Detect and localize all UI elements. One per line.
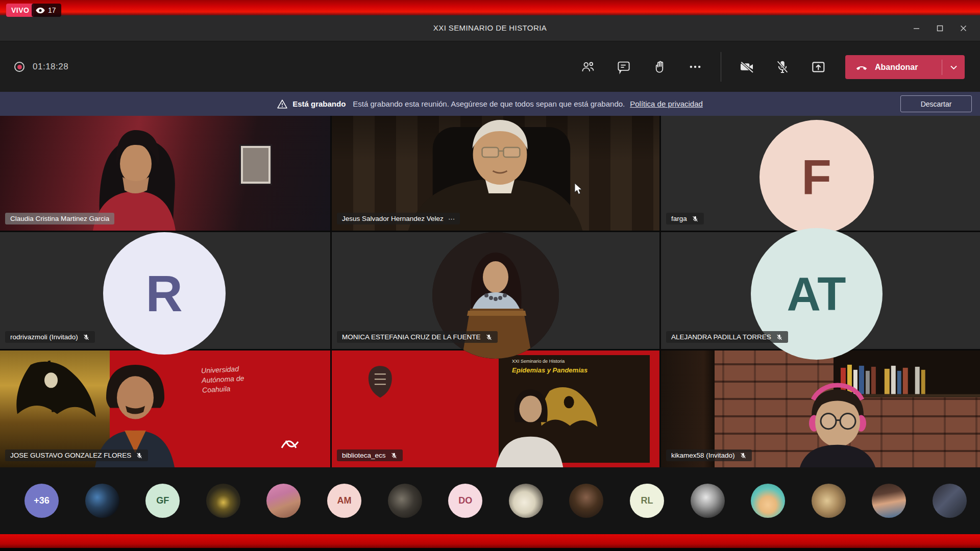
live-badge: VIVO [6,4,34,17]
participant-name: rodrivazmoli (Invitado) [10,333,78,341]
more-options-button[interactable] [683,52,707,82]
participant-name-label: Claudia Cristina Martinez Garcia [5,213,114,224]
avatar-label: DO [458,495,472,506]
mic-muted-icon [740,452,747,459]
participant-avatar-photo[interactable] [569,484,603,518]
video-grid: Claudia Cristina Martinez Garcia [0,116,980,467]
participant-name: ALEJANDRA PADILLA TORRES [671,333,771,341]
raise-hand-button[interactable] [647,52,672,82]
participant-name-label: kikamex58 (Invitado) [666,449,752,461]
people-icon [580,59,596,74]
participant-avatar-photo[interactable] [691,484,725,518]
video-tile-farga[interactable]: F farga [661,116,980,231]
participant-name-label: rodrivazmoli (Invitado) [5,331,95,343]
participant-name-label: MONICA ESTEFANIA CRUZ DE LA FUENTE [337,331,498,343]
mic-toggle-button[interactable] [770,52,795,82]
participant-name: MONICA ESTEFANIA CRUZ DE LA FUENTE [342,333,481,341]
video-tile-biblioteca[interactable]: XXI Seminario de Historia Epidemias y Pa… [332,350,659,467]
mic-off-icon [775,59,790,74]
maximize-icon [937,25,943,32]
recording-indicator-icon [14,62,24,72]
chevron-down-icon [950,65,958,70]
participant-name: kikamex58 (Invitado) [671,452,735,459]
mic-muted-icon [390,452,398,459]
participant-name: biblioteca_ecs [342,452,386,459]
call-toolbar: 01:18:28 [0,41,980,92]
avatar-label: RL [641,495,653,506]
participant-avatar-photo[interactable] [206,484,240,518]
camera-toggle-button[interactable] [734,52,759,82]
video-tile-alejandra[interactable]: AT ALEJANDRA PADILLA TORRES [661,232,980,349]
titlebar: XXI SEMINARIO DE HISTORIA [0,15,980,41]
warning-icon [277,99,287,109]
participant-name: farga [671,215,687,222]
initials-avatar: F [760,120,874,234]
mic-muted-icon [136,452,143,459]
participant-avatar-photo[interactable] [751,484,785,518]
toolbar-divider [721,52,721,82]
participant-avatar-photo[interactable] [266,484,301,518]
avatar-label: GF [156,495,169,506]
mic-muted-icon [776,334,783,341]
video-tile-rodrivazmoli[interactable]: R rodrivazmoli (Invitado) [0,232,330,349]
participant-avatar-photo[interactable] [85,484,119,518]
avatar-strip: +36GFAMDORL [0,467,980,534]
avatar-label: +36 [34,495,50,506]
video-tile-kikamex[interactable]: kikamex58 (Invitado) [661,350,980,467]
participant-avatar-photo[interactable] [509,484,543,518]
participant-avatar-photo[interactable] [872,484,906,518]
close-button[interactable] [951,15,975,41]
viewer-count: 17 [48,6,56,14]
mic-muted-icon [485,334,493,341]
participant-name: Claudia Cristina Martinez Garcia [10,215,109,222]
dismiss-banner-button[interactable]: Descartar [900,95,972,112]
participant-avatar-photo[interactable] [388,484,422,518]
participant-name: JOSE GUSTAVO GONZALEZ FLORES [10,452,131,459]
participant-avatar-photo[interactable] [933,484,967,518]
mic-muted-icon [692,215,699,222]
avatar-initial: R [145,264,182,323]
share-screen-button[interactable] [806,52,830,82]
mic-muted-icon [83,334,90,341]
avatar-initial: AT [787,267,846,321]
participant-avatar-initials[interactable]: AM [327,484,361,518]
overflow-count-avatar[interactable]: +36 [24,484,59,518]
recording-banner-title: Está grabando [292,99,346,108]
participant-avatar-initials[interactable]: DO [448,484,482,518]
participants-button[interactable] [576,52,600,82]
avatar-initial: F [801,149,831,205]
chat-button[interactable] [611,52,636,82]
recording-banner: Está grabando Está grabando esta reunión… [0,92,980,116]
privacy-policy-link[interactable]: Política de privacidad [630,99,703,108]
call-timer: 01:18:28 [33,62,68,72]
maximize-button[interactable] [928,15,951,41]
video-tile-monica[interactable]: MONICA ESTEFANIA CRUZ DE LA FUENTE [332,232,659,349]
initials-avatar: R [103,232,226,355]
participant-avatar-initials[interactable]: GF [145,484,180,518]
participant-avatar-initials[interactable]: RL [630,484,664,518]
participant-name-label: biblioteca_ecs [337,449,403,461]
camera-off-icon [739,59,755,75]
leave-button-label: Abandonar [875,63,918,72]
recording-banner-message: Está grabando esta reunión. Asegúrese de… [353,99,625,108]
leave-options-toggle[interactable] [942,65,965,70]
mouse-cursor [574,183,583,195]
phone-hangup-icon [854,60,869,74]
window-title: XXI SEMINARIO DE HISTORIA [0,23,980,32]
viewer-count-badge: 17 [32,4,61,17]
raised-hand-icon [652,59,667,74]
participant-name: Jesus Salvador Hernandez Velez [342,215,444,222]
tile-more-options[interactable]: ··· [448,215,455,222]
chat-icon [616,59,631,74]
screen: VIVO 17 XXI SEMINARIO DE HISTORIA 01:18:… [0,0,980,551]
video-tile-jose[interactable]: Universidad Autónoma de Coahuila JOSE GU… [0,350,330,467]
video-tile-jesus[interactable]: Jesus Salvador Hernandez Velez ··· [332,116,659,231]
minimize-button[interactable] [904,15,928,41]
leave-button[interactable]: Abandonar [845,55,965,79]
live-stream-top-band [0,0,980,17]
participant-avatar-photo[interactable] [812,484,846,518]
share-screen-icon [810,59,826,75]
participant-name-label: farga [666,213,704,224]
participant-name-label: JOSE GUSTAVO GONZALEZ FLORES [5,449,148,461]
video-tile-claudia[interactable]: Claudia Cristina Martinez Garcia [0,116,330,231]
